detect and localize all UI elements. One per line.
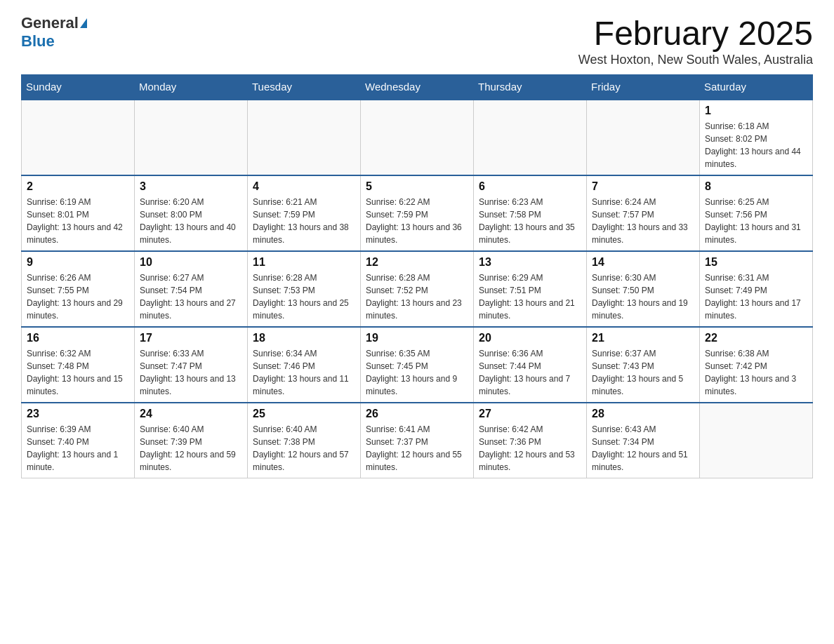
day-info: Sunrise: 6:30 AMSunset: 7:50 PMDaylight:… [592,271,694,322]
day-number: 20 [479,332,581,344]
calendar-cell [248,100,361,176]
calendar-cell [135,100,248,176]
calendar-cell: 14Sunrise: 6:30 AMSunset: 7:50 PMDayligh… [587,251,700,327]
calendar-cell: 25Sunrise: 6:40 AMSunset: 7:38 PMDayligh… [248,403,361,478]
calendar-cell: 10Sunrise: 6:27 AMSunset: 7:54 PMDayligh… [135,251,248,327]
day-number: 23 [27,408,129,420]
day-info: Sunrise: 6:43 AMSunset: 7:34 PMDaylight:… [592,423,694,474]
calendar-cell: 22Sunrise: 6:38 AMSunset: 7:42 PMDayligh… [700,327,813,403]
day-info: Sunrise: 6:21 AMSunset: 7:59 PMDaylight:… [253,196,355,246]
location: West Hoxton, New South Wales, Australia [578,53,813,67]
logo-blue: Blue [21,32,55,50]
weekday-header-row: SundayMondayTuesdayWednesdayThursdayFrid… [22,75,813,100]
logo-general: General [21,14,79,32]
day-info: Sunrise: 6:36 AMSunset: 7:44 PMDaylight:… [479,347,581,398]
calendar-cell: 27Sunrise: 6:42 AMSunset: 7:36 PMDayligh… [474,403,587,478]
day-info: Sunrise: 6:31 AMSunset: 7:49 PMDaylight:… [705,271,807,322]
calendar-cell: 3Sunrise: 6:20 AMSunset: 8:00 PMDaylight… [135,175,248,251]
weekday-header-friday: Friday [587,75,700,100]
month-title: February 2025 [578,14,813,53]
calendar-cell: 2Sunrise: 6:19 AMSunset: 8:01 PMDaylight… [22,175,135,251]
calendar-cell [700,403,813,478]
day-info: Sunrise: 6:39 AMSunset: 7:40 PMDaylight:… [27,423,129,474]
calendar-cell: 9Sunrise: 6:26 AMSunset: 7:55 PMDaylight… [22,251,135,327]
day-info: Sunrise: 6:19 AMSunset: 8:01 PMDaylight:… [27,196,129,246]
calendar-cell: 28Sunrise: 6:43 AMSunset: 7:34 PMDayligh… [587,403,700,478]
day-number: 9 [27,256,129,269]
day-number: 5 [366,180,468,193]
calendar-cell: 8Sunrise: 6:25 AMSunset: 7:56 PMDaylight… [700,175,813,251]
weekday-header-thursday: Thursday [474,75,587,100]
calendar-cell: 13Sunrise: 6:29 AMSunset: 7:51 PMDayligh… [474,251,587,327]
day-info: Sunrise: 6:35 AMSunset: 7:45 PMDaylight:… [366,347,468,398]
calendar-cell [361,100,474,176]
day-number: 3 [140,180,242,193]
weekday-header-saturday: Saturday [700,75,813,100]
day-info: Sunrise: 6:23 AMSunset: 7:58 PMDaylight:… [479,196,581,246]
calendar-cell: 17Sunrise: 6:33 AMSunset: 7:47 PMDayligh… [135,327,248,403]
day-info: Sunrise: 6:32 AMSunset: 7:48 PMDaylight:… [27,347,129,398]
day-info: Sunrise: 6:34 AMSunset: 7:46 PMDaylight:… [253,347,355,398]
day-number: 1 [705,105,807,117]
day-info: Sunrise: 6:27 AMSunset: 7:54 PMDaylight:… [140,271,242,322]
calendar-cell: 16Sunrise: 6:32 AMSunset: 7:48 PMDayligh… [22,327,135,403]
day-info: Sunrise: 6:33 AMSunset: 7:47 PMDaylight:… [140,347,242,398]
weekday-header-wednesday: Wednesday [361,75,474,100]
day-number: 26 [366,408,468,420]
calendar-cell: 6Sunrise: 6:23 AMSunset: 7:58 PMDaylight… [474,175,587,251]
day-number: 19 [366,332,468,344]
calendar-cell: 24Sunrise: 6:40 AMSunset: 7:39 PMDayligh… [135,403,248,478]
day-number: 25 [253,408,355,420]
day-number: 14 [592,256,694,269]
day-number: 28 [592,408,694,420]
day-info: Sunrise: 6:41 AMSunset: 7:37 PMDaylight:… [366,423,468,474]
day-number: 10 [140,256,242,269]
calendar-table: SundayMondayTuesdayWednesdayThursdayFrid… [21,74,813,478]
day-number: 27 [479,408,581,420]
calendar-cell: 20Sunrise: 6:36 AMSunset: 7:44 PMDayligh… [474,327,587,403]
logo: General Blue [21,14,87,51]
day-number: 22 [705,332,807,344]
day-number: 24 [140,408,242,420]
title-block: February 2025 West Hoxton, New South Wal… [578,14,813,67]
calendar-cell: 5Sunrise: 6:22 AMSunset: 7:59 PMDaylight… [361,175,474,251]
calendar-cell: 19Sunrise: 6:35 AMSunset: 7:45 PMDayligh… [361,327,474,403]
calendar-cell: 21Sunrise: 6:37 AMSunset: 7:43 PMDayligh… [587,327,700,403]
logo-arrow-icon [80,18,87,28]
day-info: Sunrise: 6:37 AMSunset: 7:43 PMDaylight:… [592,347,694,398]
day-info: Sunrise: 6:40 AMSunset: 7:38 PMDaylight:… [253,423,355,474]
day-number: 21 [592,332,694,344]
day-info: Sunrise: 6:38 AMSunset: 7:42 PMDaylight:… [705,347,807,398]
calendar-cell: 4Sunrise: 6:21 AMSunset: 7:59 PMDaylight… [248,175,361,251]
day-info: Sunrise: 6:24 AMSunset: 7:57 PMDaylight:… [592,196,694,246]
day-info: Sunrise: 6:25 AMSunset: 7:56 PMDaylight:… [705,196,807,246]
day-info: Sunrise: 6:28 AMSunset: 7:52 PMDaylight:… [366,271,468,322]
calendar-cell: 12Sunrise: 6:28 AMSunset: 7:52 PMDayligh… [361,251,474,327]
page-header: General Blue February 2025 West Hoxton, … [21,14,813,67]
day-info: Sunrise: 6:42 AMSunset: 7:36 PMDaylight:… [479,423,581,474]
day-info: Sunrise: 6:18 AMSunset: 8:02 PMDaylight:… [705,120,807,170]
day-info: Sunrise: 6:26 AMSunset: 7:55 PMDaylight:… [27,271,129,322]
day-number: 11 [253,256,355,269]
calendar-cell [22,100,135,176]
calendar-cell: 7Sunrise: 6:24 AMSunset: 7:57 PMDaylight… [587,175,700,251]
calendar-week-row: 1Sunrise: 6:18 AMSunset: 8:02 PMDaylight… [22,100,813,176]
weekday-header-sunday: Sunday [22,75,135,100]
day-info: Sunrise: 6:29 AMSunset: 7:51 PMDaylight:… [479,271,581,322]
day-number: 13 [479,256,581,269]
calendar-week-row: 2Sunrise: 6:19 AMSunset: 8:01 PMDaylight… [22,175,813,251]
day-number: 8 [705,180,807,193]
calendar-cell: 11Sunrise: 6:28 AMSunset: 7:53 PMDayligh… [248,251,361,327]
day-number: 7 [592,180,694,193]
calendar-cell [474,100,587,176]
calendar-cell: 23Sunrise: 6:39 AMSunset: 7:40 PMDayligh… [22,403,135,478]
day-info: Sunrise: 6:20 AMSunset: 8:00 PMDaylight:… [140,196,242,246]
calendar-week-row: 9Sunrise: 6:26 AMSunset: 7:55 PMDaylight… [22,251,813,327]
weekday-header-monday: Monday [135,75,248,100]
calendar-cell: 26Sunrise: 6:41 AMSunset: 7:37 PMDayligh… [361,403,474,478]
day-number: 4 [253,180,355,193]
calendar-cell: 1Sunrise: 6:18 AMSunset: 8:02 PMDaylight… [700,100,813,176]
day-info: Sunrise: 6:40 AMSunset: 7:39 PMDaylight:… [140,423,242,474]
calendar-cell: 15Sunrise: 6:31 AMSunset: 7:49 PMDayligh… [700,251,813,327]
calendar-week-row: 16Sunrise: 6:32 AMSunset: 7:48 PMDayligh… [22,327,813,403]
